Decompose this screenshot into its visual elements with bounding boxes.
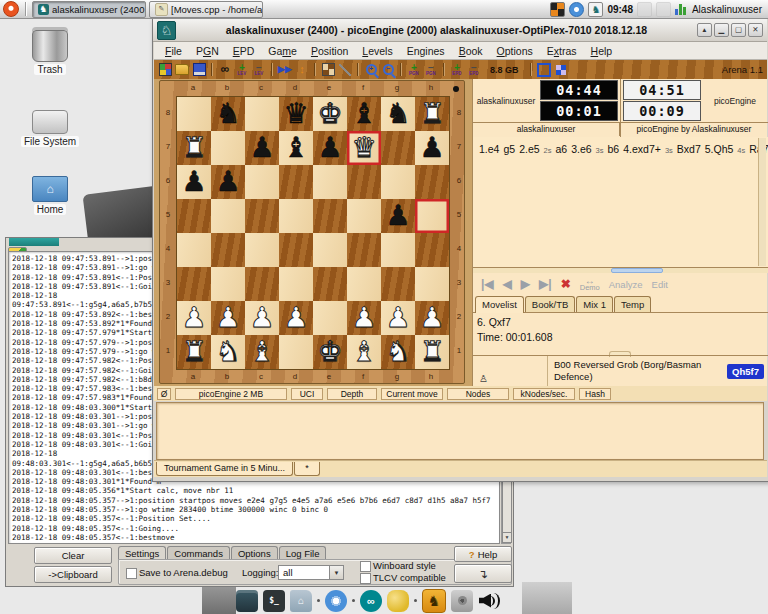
square-a8[interactable] (177, 97, 211, 131)
square-e3[interactable] (313, 267, 347, 301)
square-b7[interactable] (211, 131, 245, 165)
dropdown-arrow-icon[interactable]: ▼ (329, 566, 343, 579)
square-f7[interactable]: ♛ (347, 131, 381, 165)
white-queen[interactable]: ♛ (351, 131, 376, 165)
move-token[interactable]: 5.Qh5 (705, 143, 734, 155)
white-bishop[interactable]: ♝ (249, 335, 274, 369)
menu-game[interactable]: Game (261, 43, 304, 59)
square-c6[interactable] (245, 165, 279, 199)
maximize-icon[interactable]: ▢ (731, 23, 746, 37)
black-pawn[interactable]: ♟ (181, 165, 206, 199)
dock-file-manager-icon[interactable]: ⌂ (290, 590, 312, 612)
square-a1[interactable]: ♜ (177, 335, 211, 369)
tab-movelist[interactable]: Movelist (475, 296, 524, 313)
move-token[interactable]: 1.e4 (479, 143, 499, 155)
move-token[interactable]: 2.e5 (519, 143, 539, 155)
taskbar-username[interactable]: Alaskalinuxuser (692, 4, 762, 15)
demo-play-icon[interactable]: ▶▶ (278, 63, 292, 77)
epd-plus-icon[interactable]: +EPD (450, 63, 464, 77)
black-bishop[interactable]: ♝ (351, 97, 376, 131)
audio-level-icon[interactable] (675, 3, 686, 15)
black-bishop[interactable]: ♝ (283, 131, 308, 165)
back-icon[interactable]: ◀ (503, 277, 512, 291)
move-token[interactable]: 4.exd7+ (623, 143, 661, 155)
move-token[interactable]: 3.e6 (571, 143, 591, 155)
rollup-icon[interactable]: ▴ (697, 23, 712, 37)
black-knight[interactable]: ♞ (215, 97, 240, 131)
square-h5[interactable] (415, 199, 449, 233)
level-plus-icon[interactable]: +LEV (235, 63, 249, 77)
square-a4[interactable] (177, 233, 211, 267)
square-g6[interactable] (381, 165, 415, 199)
winboard-checkbox[interactable] (360, 561, 371, 572)
stop-icon[interactable]: ✖ (561, 277, 571, 291)
square-c2[interactable]: ♟ (245, 301, 279, 335)
dock-teapot-icon[interactable] (387, 590, 409, 612)
menu-file[interactable]: File (158, 43, 189, 59)
demo-button[interactable]: ↔Demo (580, 277, 600, 291)
square-h4[interactable] (415, 233, 449, 267)
square-h1[interactable]: ♜ (415, 335, 449, 369)
menu-extras[interactable]: Extras (540, 43, 584, 59)
square-g1[interactable]: ♞ (381, 335, 415, 369)
app-launcher-icon[interactable] (3, 1, 19, 17)
movelist-scrollbar[interactable] (758, 138, 766, 266)
logging-dropdown[interactable]: all ▼ (278, 565, 344, 580)
square-a2[interactable]: ♟ (177, 301, 211, 335)
white-pawn[interactable]: ♟ (283, 301, 308, 335)
square-b1[interactable]: ♞ (211, 335, 245, 369)
white-knight[interactable]: ♞ (215, 335, 240, 369)
square-f1[interactable]: ♝ (347, 335, 381, 369)
open-icon[interactable] (175, 63, 189, 77)
clear-button[interactable]: Clear (34, 547, 112, 564)
save-debug-checkbox[interactable] (126, 568, 137, 579)
square-h2[interactable]: ♟ (415, 301, 449, 335)
flip-board-icon[interactable]: ↕ (295, 63, 309, 77)
square-f6[interactable] (347, 165, 381, 199)
black-pawn[interactable]: ♟ (317, 131, 342, 165)
black-pawn[interactable]: ♟ (419, 131, 444, 165)
square-d5[interactable] (279, 199, 313, 233)
save-icon[interactable] (192, 63, 206, 77)
volume-icon[interactable] (478, 590, 500, 612)
move-list[interactable]: 1.e4g52.e52sa63.e63sb64.exd7+3sBxd75.Qh5… (473, 137, 768, 268)
white-rook[interactable]: ♜ (181, 131, 206, 165)
white-pawn[interactable]: ♟ (351, 301, 376, 335)
move-token[interactable]: 3s (596, 146, 604, 155)
white-pawn[interactable]: ♟ (249, 301, 274, 335)
square-a3[interactable] (177, 267, 211, 301)
square-e1[interactable]: ♚ (313, 335, 347, 369)
square-e5[interactable] (313, 199, 347, 233)
dock-chromium-icon[interactable] (325, 590, 347, 612)
dock-desktop-icon[interactable] (236, 590, 258, 612)
zoom-in-icon[interactable]: + (364, 63, 378, 77)
tab-mix-1[interactable]: Mix 1 (576, 296, 613, 312)
square-c5[interactable] (245, 199, 279, 233)
move-token[interactable]: 4s (737, 146, 745, 155)
dock-screenshot-icon[interactable] (451, 590, 473, 612)
black-pawn[interactable]: ♟ (385, 199, 410, 233)
square-f5[interactable] (347, 199, 381, 233)
move-token[interactable]: b6 (608, 143, 620, 155)
square-e8[interactable]: ♚ (313, 97, 347, 131)
move-token[interactable]: a6 (555, 143, 567, 155)
white-rook[interactable]: ♜ (419, 97, 444, 131)
white-rook[interactable]: ♜ (419, 335, 444, 369)
square-d2[interactable]: ♟ (279, 301, 313, 335)
square-d4[interactable] (279, 233, 313, 267)
white-knight[interactable]: ♞ (385, 335, 410, 369)
dock-arena-icon[interactable]: ♞ (422, 589, 446, 613)
tlcv-checkbox[interactable] (360, 573, 371, 584)
white-pawn[interactable]: ♟ (385, 301, 410, 335)
square-h7[interactable]: ♟ (415, 131, 449, 165)
square-d7[interactable]: ♝ (279, 131, 313, 165)
move-token[interactable]: Bxd7 (677, 143, 701, 155)
square-b4[interactable] (211, 233, 245, 267)
forward-icon[interactable]: ▶ (521, 277, 530, 291)
menu-pgn[interactable]: PGN (189, 43, 226, 59)
black-knight[interactable]: ♞ (385, 97, 410, 131)
white-pawn[interactable]: ♟ (215, 301, 240, 335)
square-e7[interactable]: ♟ (313, 131, 347, 165)
menu-epd[interactable]: EPD (226, 43, 262, 59)
square-f4[interactable] (347, 233, 381, 267)
